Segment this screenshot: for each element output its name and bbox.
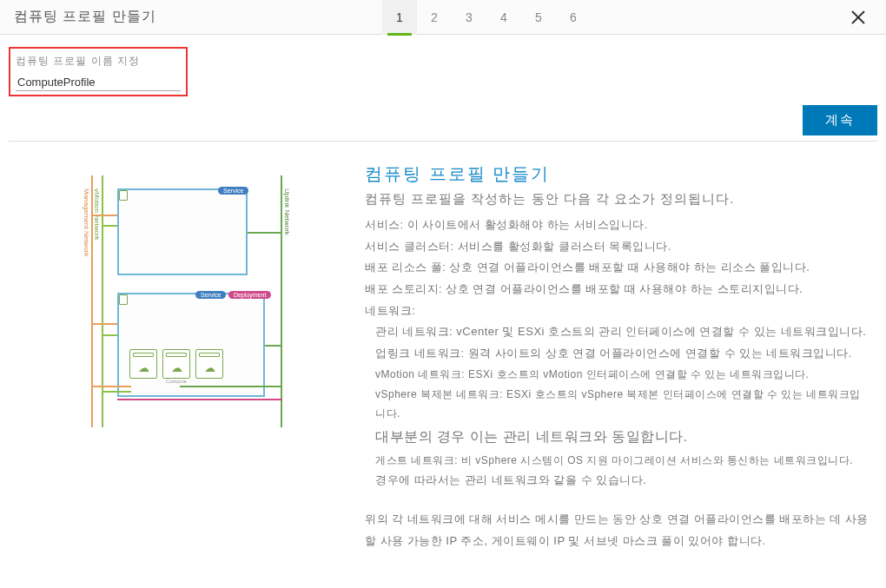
host-label: Compute: [162, 379, 190, 384]
cluster-icon: [119, 190, 128, 201]
continue-button[interactable]: 계속: [803, 105, 877, 135]
description-footer: 위의 각 네트워크에 대해 서비스 메시를 만드는 동안 상호 연결 어플라이언…: [365, 509, 869, 552]
host-row: ☁ ☁ Compute ☁: [129, 349, 223, 384]
step-4[interactable]: 4: [486, 0, 521, 35]
host-icon: ☁: [129, 349, 157, 379]
def-mgmt-network: 관리 네트워크: vCenter 및 ESXi 호스트의 관리 인터페이스에 연…: [375, 321, 869, 343]
mgmt-network-label: Management Network: [83, 188, 90, 256]
description-subtitle: 컴퓨팅 프로필을 작성하는 동안 다음 각 요소가 정의됩니다.: [365, 191, 869, 208]
def-vsphere-network: vSphere 복제본 네트워크: ESXi 호스트의 vSphere 복제본 …: [375, 385, 869, 425]
profile-name-label: 컴퓨팅 프로필 이름 지정: [16, 54, 181, 69]
def-service: 서비스: 이 사이트에서 활성화해야 하는 서비스입니다.: [365, 215, 869, 236]
description-title: 컴퓨팅 프로필 만들기: [365, 162, 869, 186]
service-badge: Service: [218, 187, 248, 195]
wizard-title: 컴퓨팅 프로필 만들기: [0, 8, 170, 26]
description-panel: 컴퓨팅 프로필 만들기 컴퓨팅 프로필을 작성하는 동안 다음 각 요소가 정의…: [365, 162, 877, 552]
network-diagram: Management Network vMotion Network Uplin…: [91, 171, 282, 432]
def-uplink-network: 업링크 네트워크: 원격 사이트의 상호 연결 어플라이언스에 연결할 수 있는…: [375, 343, 869, 365]
host-icon: ☁: [195, 349, 223, 379]
step-1[interactable]: 1: [382, 0, 417, 35]
step-3[interactable]: 3: [452, 0, 486, 35]
vmotion-network-line: [102, 175, 103, 427]
step-5[interactable]: 5: [521, 0, 556, 35]
host-icon: ☁: [162, 349, 190, 379]
service-badge: Service: [195, 291, 226, 299]
def-vmotion-network: vMotion 네트워크: ESXi 호스트의 vMotion 인터페이스에 연…: [375, 365, 869, 385]
def-guest-network: 게스트 네트워크: 비 vSphere 시스템이 OS 지원 마이그레이션 서비…: [375, 451, 869, 471]
profile-name-input[interactable]: [16, 72, 181, 91]
step-2[interactable]: 2: [417, 0, 452, 35]
def-note-same: 대부분의 경우 이는 관리 네트워크와 동일합니다.: [375, 424, 869, 450]
close-icon[interactable]: [841, 0, 876, 35]
step-6[interactable]: 6: [556, 0, 591, 35]
deployment-badge: Deployment: [228, 291, 271, 299]
wizard-steps: 1 2 3 4 5 6: [382, 0, 591, 35]
uplink-network-label: Uplink Network: [283, 188, 291, 235]
def-storage: 배포 스토리지: 상호 연결 어플라이언스를 배포할 때 사용해야 하는 스토리…: [365, 279, 869, 301]
def-service-cluster: 서비스 클러스터: 서비스를 활성화할 클러스터 목록입니다.: [365, 236, 869, 258]
def-resource-pool: 배포 리소스 풀: 상호 연결 어플라이언스를 배포할 때 사용해야 하는 리소…: [365, 257, 869, 279]
def-note-same2: 경우에 따라서는 관리 네트워크와 같을 수 있습니다.: [375, 470, 869, 492]
service-cluster-box: [117, 188, 248, 275]
wizard-header: 컴퓨팅 프로필 만들기 1 2 3 4 5 6: [0, 0, 886, 35]
def-network-header: 네트워크:: [365, 301, 869, 322]
cluster-icon: [119, 294, 128, 305]
diagram-panel: Management Network vMotion Network Uplin…: [9, 162, 365, 552]
uplink-network-line: [281, 175, 282, 427]
profile-name-highlight: 컴퓨팅 프로필 이름 지정: [9, 47, 188, 96]
